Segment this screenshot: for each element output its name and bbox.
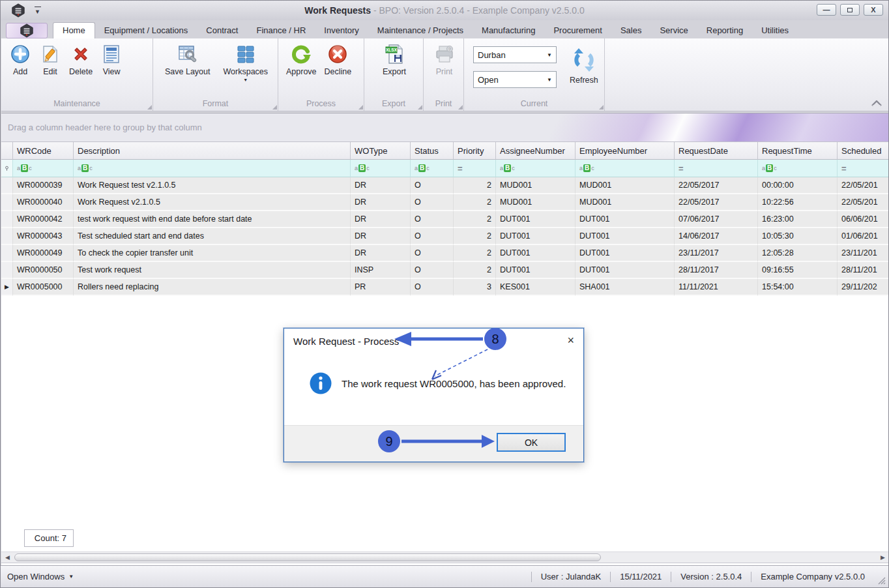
group-dialog-launcher-icon[interactable] (272, 105, 277, 110)
cell-employeenumber[interactable]: MUD001 (576, 177, 675, 194)
tab-equipment-locations[interactable]: Equipment / Locations (95, 23, 197, 38)
filter-cell-description[interactable]: aBc (74, 160, 351, 177)
header-cell-requestdate[interactable]: RequestDate (675, 142, 758, 160)
cell-status[interactable]: O (411, 194, 454, 211)
collapse-ribbon-icon[interactable] (871, 98, 882, 107)
tab-finance-hr[interactable]: Finance / HR (247, 23, 315, 38)
tab-procurement[interactable]: Procurement (544, 23, 611, 38)
cell-requesttime[interactable]: 10:22:56 (758, 194, 838, 211)
cell-description[interactable]: To check the copier transfer unit (74, 245, 351, 262)
cell-priority[interactable]: 2 (454, 211, 496, 228)
horizontal-scrollbar[interactable]: ◀ ▶ (1, 551, 889, 563)
approve-button[interactable]: Approve (282, 42, 321, 78)
cell-status[interactable]: O (411, 245, 454, 262)
cell-requesttime[interactable]: 00:00:00 (758, 177, 838, 194)
tab-service[interactable]: Service (650, 23, 697, 38)
cell-requesttime[interactable]: 16:23:00 (758, 211, 838, 228)
cell-wotype[interactable]: DR (351, 245, 411, 262)
status-dropdown[interactable]: Open ▼ (473, 71, 557, 88)
cell-employeenumber[interactable]: DUT001 (576, 245, 675, 262)
group-dialog-launcher-icon[interactable] (358, 105, 363, 110)
header-cell-description[interactable]: Description (74, 142, 351, 160)
cell-employeenumber[interactable]: DUT001 (576, 228, 675, 245)
tab-inventory[interactable]: Inventory (315, 23, 368, 38)
filter-cell-employeenumber[interactable]: aBc (576, 160, 675, 177)
group-dialog-launcher-icon[interactable] (147, 105, 152, 110)
cell-requestdate[interactable]: 07/06/2017 (675, 211, 758, 228)
cell-assigneenumber[interactable]: DUT001 (496, 228, 576, 245)
minimize-button[interactable]: — (817, 4, 836, 16)
cell-employeenumber[interactable]: SHA001 (576, 279, 675, 296)
cell-scheduled[interactable]: 23/11/201 (838, 245, 889, 262)
cell-scheduled[interactable]: 22/05/201 (838, 194, 889, 211)
cell-priority[interactable]: 2 (454, 177, 496, 194)
delete-button[interactable]: Delete (65, 42, 96, 78)
cell-status[interactable]: O (411, 228, 454, 245)
dialog-close-icon[interactable]: × (567, 334, 574, 347)
cell-assigneenumber[interactable]: KES001 (496, 279, 576, 296)
group-dialog-launcher-icon[interactable] (458, 105, 463, 110)
cell-description[interactable]: Test scheduled start and end dates (74, 228, 351, 245)
cell-priority[interactable]: 3 (454, 279, 496, 296)
table-row[interactable]: WR0000043Test scheduled start and end da… (1, 228, 889, 245)
cell-description[interactable]: Work Request v2.1.0.5 (74, 194, 351, 211)
cell-scheduled[interactable]: 22/05/201 (838, 177, 889, 194)
decline-button[interactable]: Decline (321, 42, 356, 78)
cell-employeenumber[interactable]: DUT001 (576, 211, 675, 228)
cell-requesttime[interactable]: 10:05:30 (758, 228, 838, 245)
cell-scheduled[interactable]: 06/06/201 (838, 211, 889, 228)
filter-cell-requestdate[interactable]: = (675, 160, 758, 177)
cell-wotype[interactable]: PR (351, 279, 411, 296)
cell-requesttime[interactable]: 09:16:55 (758, 262, 838, 279)
ok-button[interactable]: OK (497, 433, 566, 452)
scroll-left-icon[interactable]: ◀ (5, 554, 10, 561)
site-dropdown[interactable]: Durban ▼ (473, 46, 557, 63)
cell-requesttime[interactable]: 15:54:00 (758, 279, 838, 296)
header-cell-assigneenumber[interactable]: AssigneeNumber (496, 142, 576, 160)
cell-requestdate[interactable]: 11/11/2021 (675, 279, 758, 296)
cell-wrcode[interactable]: WR0000042 (13, 211, 74, 228)
table-row[interactable]: WR0000040Work Request v2.1.0.5DRO2MUD001… (1, 194, 889, 211)
dialog-title-bar[interactable]: Work Request - Process (284, 329, 583, 353)
cell-assigneenumber[interactable]: MUD001 (496, 177, 576, 194)
header-cell-wrcode[interactable]: WRCode (13, 142, 74, 160)
cell-wotype[interactable]: DR (351, 211, 411, 228)
cell-status[interactable]: O (411, 262, 454, 279)
cell-wotype[interactable]: DR (351, 228, 411, 245)
cell-priority[interactable]: 2 (454, 262, 496, 279)
filter-cell-status[interactable]: aBc (411, 160, 454, 177)
cell-scheduled[interactable]: 28/11/201 (838, 262, 889, 279)
filter-cell-wrcode[interactable]: aBc (13, 160, 74, 177)
edit-button[interactable]: Edit (35, 42, 65, 78)
header-cell-requesttime[interactable]: RequestTime (758, 142, 838, 160)
resize-grip[interactable] (878, 577, 886, 585)
application-menu-button[interactable] (6, 23, 48, 38)
maximize-button[interactable] (840, 4, 860, 16)
cell-priority[interactable]: 2 (454, 245, 496, 262)
cell-wotype[interactable]: DR (351, 194, 411, 211)
tab-reporting[interactable]: Reporting (697, 23, 752, 38)
close-button[interactable]: X (864, 4, 883, 16)
tab-maintenance-projects[interactable]: Maintenance / Projects (368, 23, 473, 38)
add-button[interactable]: Add (5, 42, 35, 78)
cell-description[interactable]: Work Request test v2.1.0.5 (74, 177, 351, 194)
cell-employeenumber[interactable]: DUT001 (576, 262, 675, 279)
print-button[interactable]: ? Print (430, 42, 459, 78)
quick-access-customize-icon[interactable]: ▼ (35, 7, 41, 15)
cell-wrcode[interactable]: WR0000039 (13, 177, 74, 194)
table-row[interactable]: ▶WR0005000Rollers need replacingPRO3KES0… (1, 279, 889, 296)
cell-requestdate[interactable]: 22/05/2017 (675, 177, 758, 194)
tab-utilities[interactable]: Utilities (752, 23, 798, 38)
cell-description[interactable]: test work request with end date before s… (74, 211, 351, 228)
header-cell-wotype[interactable]: WOType (351, 142, 411, 160)
cell-employeenumber[interactable]: MUD001 (576, 194, 675, 211)
scroll-right-icon[interactable]: ▶ (881, 554, 885, 561)
cell-wrcode[interactable]: WR0000043 (13, 228, 74, 245)
cell-description[interactable]: Rollers need replacing (74, 279, 351, 296)
filter-cell-scheduled[interactable]: = (838, 160, 889, 177)
cell-priority[interactable]: 2 (454, 194, 496, 211)
cell-requestdate[interactable]: 14/06/2017 (675, 228, 758, 245)
cell-wrcode[interactable]: WR0000050 (13, 262, 74, 279)
header-cell-priority[interactable]: Priority (454, 142, 496, 160)
cell-assigneenumber[interactable]: DUT001 (496, 211, 576, 228)
